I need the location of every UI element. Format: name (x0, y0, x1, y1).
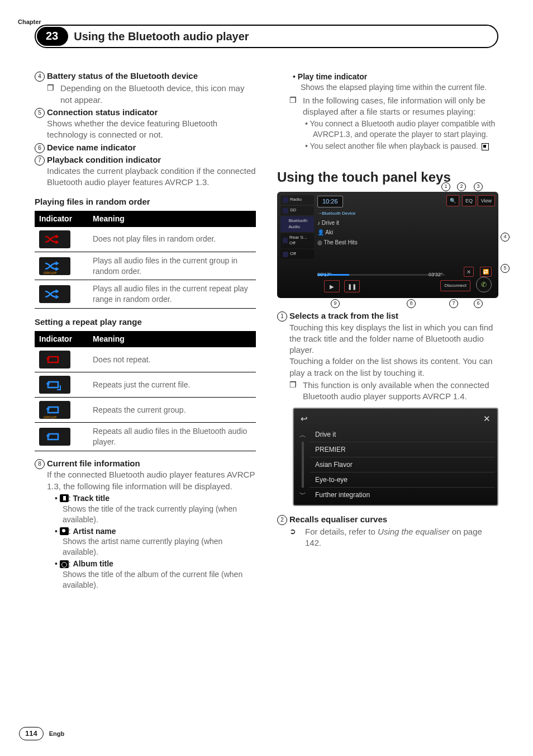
ref-pre: For details, refer to (305, 527, 378, 536)
list-item[interactable]: Drive it (310, 427, 495, 442)
repeat-table: IndicatorMeaning Does not repeat. Repeat… (35, 331, 256, 451)
track-list-figure: ↩✕ ︿ ﹀ Drive it PREMIER Asian Flavor Eye… (293, 408, 498, 505)
track-icon (60, 494, 69, 502)
item4-title: Battery status of the Bluetooth device (47, 71, 198, 81)
end-icon (482, 143, 489, 150)
search-button[interactable]: 🔍 (446, 195, 459, 206)
note-bullet2: ❐ (289, 95, 303, 153)
list-item[interactable]: Further integration (310, 488, 495, 502)
r-item1-note: This function is only available when the… (303, 380, 498, 403)
view-button[interactable]: View (478, 195, 495, 206)
chapter-header: 23 Using the Bluetooth audio player (35, 25, 498, 48)
shuffle-off-icon (39, 230, 70, 248)
th2-indicator: Indicator (35, 331, 88, 347)
chapter-label: Chapter (18, 18, 41, 26)
r-item1-body2: Touching a folder on the list shows its … (289, 356, 498, 379)
play-button[interactable]: ▶ (324, 280, 340, 292)
pti-body: Shows the elapsed playing time within th… (301, 82, 498, 93)
fig-artist: 👤 Aki (317, 228, 495, 238)
time-total: 03'32" (429, 271, 442, 278)
th-meaning: Meaning (88, 211, 256, 227)
note-bullet: ❐ (47, 83, 60, 106)
tbl1-r3: Plays all audio files in the current rep… (88, 280, 256, 309)
repeat-group-icon: GROUP (39, 401, 70, 419)
pti-label: Play time indicator (298, 72, 367, 81)
item5-title: Connection status indicator (47, 107, 158, 117)
artist-icon (60, 527, 69, 535)
close-icon[interactable]: ✕ (483, 413, 491, 424)
footer: 114 Engb (19, 727, 64, 740)
side-radio[interactable]: Radio (280, 195, 314, 205)
album-body: Shows the title of the album of the curr… (63, 569, 256, 590)
album-label: Album title (73, 559, 113, 568)
shuffle-group-icon: GROUP (39, 257, 70, 275)
r-item1-body1: Touching this key displays the list in w… (289, 322, 498, 356)
r-item2-title: Recalls equaliser curves (289, 514, 387, 524)
repeat-all-icon (39, 428, 70, 446)
side-bt[interactable]: Bluetooth Audio (280, 216, 314, 232)
tbl2-r2: Repeats just the current file. (88, 372, 256, 398)
ref-link: Using the equaliser (378, 527, 449, 536)
pause-button[interactable]: ❚❚ (344, 280, 360, 292)
table2-caption: Setting a repeat play range (35, 316, 256, 328)
scroll-down-icon[interactable]: ﹀ (299, 490, 306, 499)
ref-icon: ➲ (289, 526, 303, 549)
table1-caption: Playing files in random order (35, 196, 256, 207)
shuffle-button[interactable]: ⤨ (464, 267, 474, 277)
tbl1-r2: Plays all audio files in the current gro… (88, 252, 256, 280)
th-indicator: Indicator (35, 211, 88, 227)
tbl2-r3: Repeats the current group. (88, 398, 256, 423)
list-item[interactable]: Asian Flavor (310, 457, 495, 472)
side-off[interactable]: Off (280, 249, 314, 259)
back-icon[interactable]: ↩ (301, 413, 308, 424)
item5-body: Shows whether the device featuring Bluet… (47, 118, 256, 141)
group-label2: GROUP (44, 415, 57, 419)
group-label: GROUP (44, 271, 57, 275)
item7-title: Playback condition indicator (47, 155, 161, 164)
clock: 10:26 (317, 196, 343, 207)
disconnect-button[interactable]: Disconnect (440, 280, 470, 292)
list-item[interactable]: Eye-to-eye (310, 472, 495, 488)
tbl2-r1: Does not repeat. (88, 347, 256, 372)
fig-album: ◎ The Best Hits (317, 238, 495, 248)
page-number: 114 (19, 727, 44, 740)
track-body: Shows the title of the track currently p… (63, 504, 256, 525)
lang-code: Engb (49, 730, 65, 738)
scroll-up-icon[interactable]: ︿ (299, 431, 306, 440)
artist-body: Shows the artist name currently playing … (63, 536, 256, 557)
page: Chapter 23 Using the Bluetooth audio pla… (0, 0, 533, 756)
tbl2-r4: Repeats all audio files in the Bluetooth… (88, 423, 256, 451)
repeat-button[interactable]: 🔁 (480, 267, 492, 277)
note-bullet3: ❐ (289, 380, 303, 403)
fig-track: ♪ Drive it (317, 218, 495, 228)
r-item1-title: Selects a track from the list (289, 311, 398, 320)
right-column: Play time indicator Shows the elapsed pl… (277, 70, 498, 593)
left-column: 4 Battery status of the Bluetooth device… (35, 70, 256, 593)
note-body: In the following cases, file information… (303, 96, 486, 116)
touch-panel-figure: Radio SD Bluetooth Audio Rear S... Off O… (277, 192, 498, 298)
tbl1-r1: Does not play files in random order. (88, 227, 256, 252)
shuffle-all-icon (39, 285, 70, 303)
breadcrumb: →Bluetooth Device (317, 210, 495, 218)
note-a: You connect a Bluetooth audio player com… (303, 119, 498, 140)
side-sd[interactable]: SD (280, 206, 314, 215)
chapter-number: 23 (46, 30, 58, 42)
repeat-file-icon (39, 376, 70, 394)
item6-title: Device name indicator (47, 143, 136, 152)
album-icon (60, 560, 69, 568)
touch-panel-figure-wrap: 1 2 3 4 5 6 7 8 9 Radio SD Bluetooth Aud… (277, 192, 498, 298)
th2-meaning: Meaning (88, 331, 256, 347)
time-elapsed: 00'17" (317, 271, 331, 278)
item4-note: Depending on the Bluetooth device, this … (60, 83, 256, 106)
item7-body: Indicates the current playback condition… (47, 166, 256, 188)
random-table: IndicatorMeaning Does not play files in … (35, 211, 256, 309)
item8-title: Current file information (47, 459, 140, 468)
artist-label: Artist name (73, 527, 116, 536)
phone-button[interactable]: ✆ (476, 277, 492, 292)
eq-button[interactable]: EQ (462, 195, 476, 206)
progress-bar[interactable] (317, 274, 445, 276)
track-label: Track title (73, 494, 110, 503)
side-rear[interactable]: Rear S... Off (280, 233, 314, 249)
repeat-off-icon (39, 351, 70, 368)
list-item[interactable]: PREMIER (310, 442, 495, 457)
